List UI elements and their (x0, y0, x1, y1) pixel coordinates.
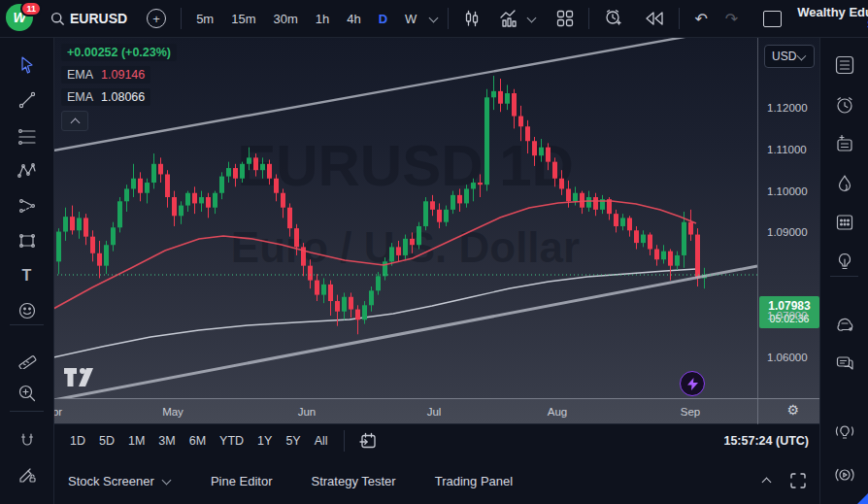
chart-legend: +0.00252 (+0.23%) EMA1.09146 EMA1.08066 (61, 44, 177, 131)
symbol-search[interactable]: EURUSD (50, 11, 127, 26)
ema-fast-row[interactable]: EMA1.09146 (61, 66, 150, 84)
undo-button[interactable]: ↶ (688, 5, 713, 32)
public-chat-button[interactable] (832, 310, 857, 335)
range-5y-button[interactable]: 5Y (279, 431, 307, 451)
chart-layout-title[interactable]: Wealthy Educ... (797, 6, 868, 19)
xabcd-pattern-icon (17, 161, 37, 181)
fib-retracement-tool-button[interactable] (15, 124, 40, 150)
range-1y-button[interactable]: 1Y (250, 431, 279, 451)
range-5d-button[interactable]: 5D (92, 431, 121, 451)
range-1d-button[interactable]: 1D (63, 431, 92, 451)
range-all-button[interactable]: All (308, 431, 335, 451)
trend-line-tool-button[interactable] (15, 87, 40, 113)
candle-body (403, 239, 408, 255)
hotlists-button[interactable] (832, 171, 857, 196)
panel-collapse-chevron-up-icon[interactable] (762, 478, 772, 487)
tab-stock-screener[interactable]: Stock Screener (68, 474, 172, 488)
candle-body (430, 201, 435, 210)
object-tree-button[interactable] (832, 132, 857, 157)
range-6m-button[interactable]: 6M (183, 431, 213, 451)
toolbar-divider (448, 8, 449, 29)
chart-pane[interactable]: EURUSD 1D Euro / U.S. Dollar +0.00252 (+… (53, 37, 757, 398)
alerts-panel-button[interactable] (832, 93, 857, 118)
candle-body (315, 281, 319, 295)
magnet-tool-button[interactable] (15, 428, 40, 454)
tab-pine-editor[interactable]: Pine Editor (211, 474, 273, 488)
shapes-tool-button[interactable] (15, 228, 40, 253)
interval-30m[interactable]: 30m (267, 8, 303, 30)
candle-body (376, 276, 381, 290)
candle-body (335, 301, 340, 312)
range-3m-button[interactable]: 3M (151, 431, 182, 451)
ema-slow-row[interactable]: EMA1.08066 (61, 88, 150, 106)
bar-replay-button[interactable] (639, 5, 670, 32)
price-axis-label: 1.09000 (767, 226, 808, 238)
currency-chevron-down-icon (797, 50, 807, 60)
lightbulb-broadcast-icon (833, 421, 856, 443)
watchlist-button[interactable] (832, 52, 857, 78)
calendar-button[interactable] (832, 210, 857, 235)
indicators-button[interactable] (494, 5, 543, 32)
indicators-chevron-down-icon[interactable] (527, 13, 537, 22)
measure-tool-button[interactable] (15, 347, 40, 372)
symbol-name: EURUSD (70, 11, 127, 26)
zoom-in-tool-button[interactable] (15, 381, 40, 406)
time-axis[interactable]: ⚙ prMayJunJulAugSep (53, 398, 820, 424)
candle-body (682, 222, 686, 255)
chart-style-button[interactable] (457, 5, 486, 32)
legend-collapse-button[interactable] (61, 111, 88, 131)
candle-body (518, 117, 523, 127)
notes-plus-icon (834, 134, 855, 155)
candle-body (117, 201, 122, 227)
candle-body (464, 188, 469, 203)
emoji-tool-button[interactable] (15, 298, 40, 323)
top-toolbar: W 11 EURUSD + 5m 15m 30m 1h 4h D W ↶ ↷ (0, 0, 868, 38)
interval-1h[interactable]: 1h (310, 8, 335, 30)
interval-5m[interactable]: 5m (190, 8, 219, 30)
interval-d-active[interactable]: D (373, 8, 393, 30)
toolbar-divider (830, 276, 858, 277)
create-alert-button[interactable] (598, 5, 629, 32)
range-1m-button[interactable]: 1M (121, 431, 151, 451)
interval-4h[interactable]: 4h (341, 8, 366, 30)
candle-body (505, 93, 510, 104)
candle-body (124, 188, 129, 201)
app-logo[interactable]: W 11 (6, 4, 35, 33)
axis-corner-divider (757, 399, 758, 425)
candle-body (260, 164, 265, 170)
price-axis-label: 1.10000 (767, 185, 808, 197)
fullscreen-icon[interactable] (789, 472, 807, 489)
forecast-tool-button[interactable] (15, 193, 40, 218)
candle-body (253, 157, 258, 170)
candle-body (349, 297, 353, 310)
candle-body (539, 148, 544, 156)
layout-grid-button[interactable] (551, 5, 580, 32)
layout-save-square-button[interactable] (757, 5, 787, 32)
tab-strategy-tester[interactable]: Strategy Tester (311, 474, 395, 488)
candle-body (321, 285, 326, 295)
go-to-date-button[interactable] (353, 427, 384, 454)
cursor-tool-button[interactable] (15, 52, 40, 78)
candle-body (648, 235, 652, 250)
range-ytd-button[interactable]: YTD (213, 431, 250, 451)
pattern-tool-button[interactable] (15, 158, 40, 184)
private-chats-button[interactable] (832, 351, 857, 376)
candle-body (688, 222, 693, 235)
ideas-button[interactable] (832, 249, 857, 274)
interval-w[interactable]: W (399, 8, 422, 30)
axis-settings-gear-icon[interactable]: ⚙ (786, 402, 799, 418)
flame-icon (834, 173, 855, 194)
interval-menu-chevron-down-icon[interactable] (429, 13, 439, 22)
streams-ideas-button[interactable] (832, 420, 857, 445)
redo-button[interactable]: ↷ (719, 5, 744, 32)
price-axis[interactable]: USD 1.07983 05:02:36 1.120001.110001.100… (757, 37, 821, 398)
session-clock[interactable]: 15:57:24 (UTC) (723, 434, 809, 448)
text-tool-button[interactable]: T (15, 263, 40, 288)
boost-button[interactable] (680, 371, 705, 396)
live-streams-button[interactable] (832, 462, 857, 487)
tab-trading-panel[interactable]: Trading Panel (435, 474, 513, 488)
interval-15m[interactable]: 15m (225, 8, 261, 30)
drawing-lock-tool-button[interactable] (15, 462, 40, 487)
currency-selector[interactable]: USD (764, 45, 815, 68)
compare-add-symbol-button[interactable]: + (141, 5, 172, 32)
